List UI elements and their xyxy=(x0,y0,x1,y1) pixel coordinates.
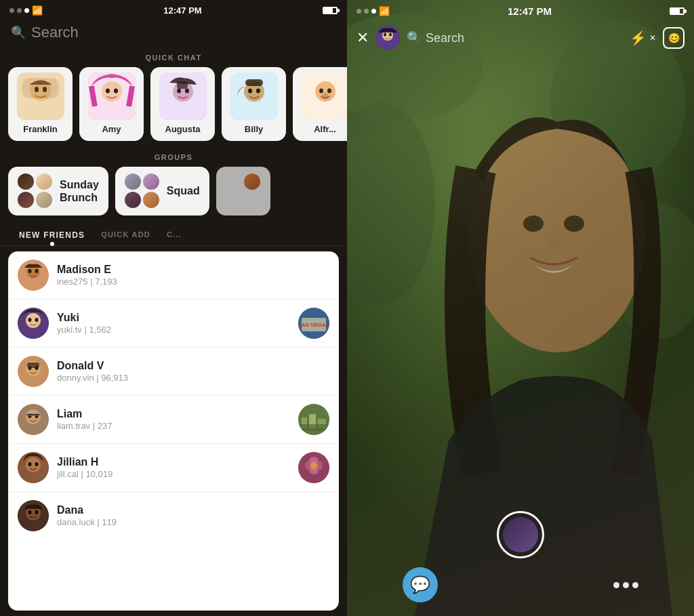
svg-text:LAS VEGAS: LAS VEGAS xyxy=(298,322,329,328)
svg-point-78 xyxy=(384,33,386,37)
jillian-sub: jill.cal | 10,019 xyxy=(57,469,290,479)
friends-list: Madison E ines275 | 7,193 Yuki yuki.tv |… xyxy=(8,251,339,611)
yuki-info: Yuki yuki.tv | 1,562 xyxy=(57,312,290,335)
dana-name: Dana xyxy=(57,504,329,516)
friend-item-liam[interactable]: Liam liam.trav | 237 xyxy=(8,396,339,444)
search-bar-right[interactable]: 🔍 Search xyxy=(407,30,623,45)
quick-chat-augusta[interactable]: Augusta xyxy=(150,67,215,141)
dana-sub: dana.luck | 119 xyxy=(57,517,329,527)
flash-button[interactable]: ⚡ ✕ xyxy=(630,30,656,46)
svg-point-8 xyxy=(114,89,118,94)
squad-name: Squad xyxy=(167,184,200,197)
friend-item-jillian[interactable]: Jillian H jill.cal | 10,019 xyxy=(8,444,339,492)
svg-point-21 xyxy=(319,89,323,94)
yuki-thumb: LAS VEGAS xyxy=(298,308,329,339)
shutter-inner xyxy=(503,517,538,552)
signal-dots: 📶 xyxy=(9,5,43,16)
avatar-amy xyxy=(88,73,136,120)
shutter-ring-outer[interactable] xyxy=(497,511,544,558)
signal-dot-1 xyxy=(9,8,14,13)
squad-avatar-3 xyxy=(125,192,141,208)
franklin-name: Franklin xyxy=(23,124,58,134)
user-avatar-camera[interactable] xyxy=(375,26,400,50)
battery-right xyxy=(670,7,685,15)
quick-chat-row: Franklin Amy xyxy=(0,67,347,149)
svg-point-31 xyxy=(35,318,39,322)
svg-point-55 xyxy=(35,462,39,466)
quick-chat-alfred[interactable]: Alfr... xyxy=(293,67,347,141)
avatar-donald xyxy=(18,356,49,387)
svg-point-75 xyxy=(548,240,559,248)
flash-icon: ⚡ xyxy=(630,30,647,46)
time-right: 12:47 PM xyxy=(508,5,552,17)
svg-point-7 xyxy=(106,89,110,94)
svg-rect-46 xyxy=(27,414,39,415)
dana-info: Dana dana.luck | 119 xyxy=(57,504,329,527)
battery-left xyxy=(323,7,338,14)
time-left: 12:47 PM xyxy=(163,5,201,16)
jillian-info: Jillian H jill.cal | 10,019 xyxy=(57,456,290,479)
partial-avatar-1 xyxy=(226,173,242,190)
liam-info: Liam liam.trav | 237 xyxy=(57,408,290,431)
signal-dot-r3 xyxy=(371,9,376,14)
friend-item-yuki[interactable]: Yuki yuki.tv | 1,562 LAS VEGAS xyxy=(8,300,339,348)
close-button[interactable]: ✕ xyxy=(356,29,369,47)
quick-chat-franklin[interactable]: Franklin xyxy=(8,67,73,141)
search-placeholder-right: Search xyxy=(426,31,464,45)
svg-point-74 xyxy=(564,215,584,232)
more-options[interactable] xyxy=(613,582,638,588)
friend-item-donald[interactable]: Donald V donny.vin | 96,913 xyxy=(8,348,339,396)
quick-chat-amy[interactable]: Amy xyxy=(79,67,144,141)
svg-point-62 xyxy=(310,462,317,469)
donald-name: Donald V xyxy=(57,360,329,372)
augusta-name: Augusta xyxy=(165,124,201,134)
partial-avatar-2 xyxy=(244,173,260,190)
left-panel: 📶 12:47 PM 🔍 Search QUICK CHAT xyxy=(0,0,347,616)
svg-point-22 xyxy=(327,89,331,94)
search-placeholder-left: Search xyxy=(31,24,79,41)
avatar-dana xyxy=(18,500,49,531)
chat-button[interactable]: 💬 xyxy=(403,567,438,602)
battery-icon-right xyxy=(670,7,685,15)
signal-dot-3 xyxy=(24,8,29,13)
tab-quick-add[interactable]: QUICK ADD xyxy=(93,225,159,245)
more-dot-2 xyxy=(623,582,629,588)
wifi-icon-right: 📶 xyxy=(379,6,390,16)
svg-point-79 xyxy=(389,33,392,37)
signal-dot-r1 xyxy=(356,9,361,14)
search-bar-left[interactable]: 🔍 Search xyxy=(0,18,347,49)
avatar-augusta xyxy=(159,73,207,120)
mini-avatar-1 xyxy=(18,173,34,190)
tab-new-friends[interactable]: NEW FRIENDS xyxy=(11,225,93,245)
tab-contacts[interactable]: C... xyxy=(159,225,190,245)
sunday-brunch-name: SundayBrunch xyxy=(60,178,99,204)
shutter-ring[interactable] xyxy=(497,511,544,558)
more-dot-3 xyxy=(632,582,638,588)
svg-point-11 xyxy=(177,89,181,94)
svg-point-30 xyxy=(28,318,32,322)
group-sunday-brunch[interactable]: SundayBrunch xyxy=(8,167,108,215)
groups-row: SundayBrunch Squad xyxy=(0,167,347,225)
avatar-franklin xyxy=(17,73,64,120)
svg-rect-51 xyxy=(298,424,329,431)
liam-thumb xyxy=(298,404,329,435)
quick-chat-billy[interactable]: Billy xyxy=(222,67,286,141)
group-partial[interactable] xyxy=(216,167,270,215)
svg-point-54 xyxy=(28,462,32,466)
camera-bottom-controls: 💬 xyxy=(347,567,694,602)
friend-item-madison[interactable]: Madison E ines275 | 7,193 xyxy=(8,251,339,300)
groups-label: GROUPS xyxy=(0,149,347,167)
squad-avatar-4 xyxy=(143,192,159,208)
mini-avatar-2 xyxy=(36,173,52,190)
face-swap-button[interactable]: 😊 xyxy=(663,27,685,49)
donald-sub: donny.vin | 96,913 xyxy=(57,373,329,383)
svg-point-16 xyxy=(248,89,252,94)
wifi-icon: 📶 xyxy=(32,5,43,16)
billy-name: Billy xyxy=(245,124,263,134)
group-squad[interactable]: Squad xyxy=(115,167,209,215)
friend-item-dana[interactable]: Dana dana.luck | 119 xyxy=(8,492,339,539)
madison-sub: ines275 | 7,193 xyxy=(57,276,329,287)
more-dot-1 xyxy=(613,582,619,588)
signal-dots-right: 📶 xyxy=(356,6,390,16)
flash-off-icon: ✕ xyxy=(649,33,656,43)
